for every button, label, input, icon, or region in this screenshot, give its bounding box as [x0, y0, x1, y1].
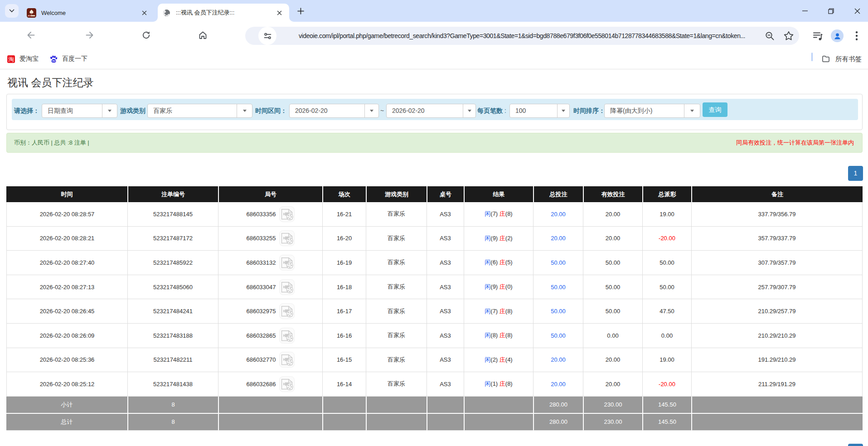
svg-text:du: du: [52, 59, 55, 62]
svg-text:淘: 淘: [9, 56, 14, 63]
